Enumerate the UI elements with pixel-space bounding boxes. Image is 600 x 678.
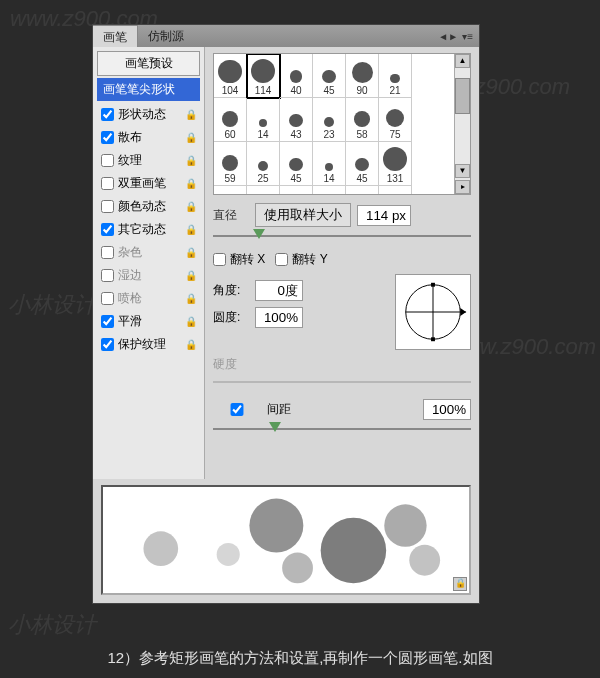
angle-input[interactable]	[255, 280, 303, 301]
scroll-down-icon[interactable]: ▼	[455, 164, 470, 178]
flip-x-label: 翻转 X	[230, 251, 265, 268]
flip-x-checkbox[interactable]	[213, 253, 226, 266]
roundness-input[interactable]	[255, 307, 303, 328]
tab-brush[interactable]: 画笔	[93, 25, 138, 47]
diameter-label: 直径	[213, 207, 249, 224]
sidebar-option-1[interactable]: 散布🔒	[97, 126, 200, 149]
brush-thumbnail[interactable]: 75	[379, 98, 412, 142]
angle-control[interactable]	[395, 274, 471, 350]
brush-thumbnail[interactable]: 45	[313, 54, 346, 98]
brush-size-label: 58	[356, 129, 367, 140]
brush-thumbnail[interactable]: 14	[313, 142, 346, 186]
option-label: 平滑	[118, 313, 142, 330]
brush-main: 1041144045902160144323587559254514451312…	[205, 47, 479, 479]
sidebar-option-7[interactable]: 湿边🔒	[97, 264, 200, 287]
hardness-slider	[213, 375, 471, 389]
flip-y-label: 翻转 Y	[292, 251, 327, 268]
brush-thumbnail[interactable]	[379, 186, 412, 195]
brush-thumbnail[interactable]: 21	[379, 54, 412, 98]
scroll-thumb[interactable]	[455, 78, 470, 114]
brush-thumbnail[interactable]: 40	[280, 54, 313, 98]
brush-thumbnail[interactable]: 114	[247, 54, 280, 98]
brush-size-label: 23	[323, 129, 334, 140]
sidebar-option-6[interactable]: 杂色🔒	[97, 241, 200, 264]
brush-scrollbar[interactable]: ▲ ▼ ▸	[454, 54, 470, 194]
lock-icon: 🔒	[185, 316, 196, 327]
lock-icon: 🔒	[185, 270, 196, 281]
brush-thumbnail[interactable]: 45	[346, 142, 379, 186]
brush-thumbnail[interactable]: 104	[214, 54, 247, 98]
sidebar-option-3[interactable]: 双重画笔🔒	[97, 172, 200, 195]
sidebar-option-2[interactable]: 纹理🔒	[97, 149, 200, 172]
brush-size-label: 114	[255, 85, 272, 96]
preview-lock-icon[interactable]: 🔒	[453, 577, 467, 591]
option-checkbox[interactable]	[101, 338, 114, 351]
svg-rect-5	[431, 337, 435, 341]
use-sample-size-button[interactable]: 使用取样大小	[255, 203, 351, 227]
flip-y-checkbox[interactable]	[275, 253, 288, 266]
brush-thumbnail[interactable]: 14	[247, 98, 280, 142]
lock-icon: 🔒	[185, 201, 196, 212]
angle-label: 角度:	[213, 282, 249, 299]
brush-size-label: 14	[257, 129, 268, 140]
brush-thumbnail[interactable]: 58	[346, 98, 379, 142]
panel-collapse-icon[interactable]: ◄►	[438, 31, 458, 42]
roundness-label: 圆度:	[213, 309, 249, 326]
option-checkbox[interactable]	[101, 131, 114, 144]
option-checkbox[interactable]	[101, 292, 114, 305]
option-checkbox[interactable]	[101, 200, 114, 213]
brush-size-label: 131	[387, 173, 404, 184]
option-label: 其它动态	[118, 221, 166, 238]
brush-menu-icon[interactable]: ▸	[455, 180, 470, 194]
scroll-up-icon[interactable]: ▲	[455, 54, 470, 68]
sidebar-option-5[interactable]: 其它动态🔒	[97, 218, 200, 241]
sidebar-option-4[interactable]: 颜色动态🔒	[97, 195, 200, 218]
spacing-checkbox[interactable]	[213, 403, 261, 416]
option-checkbox[interactable]	[101, 223, 114, 236]
brush-size-label: 75	[389, 129, 400, 140]
diameter-slider[interactable]	[213, 229, 471, 243]
sidebar-option-0[interactable]: 形状动态🔒	[97, 103, 200, 126]
sidebar-option-9[interactable]: 平滑🔒	[97, 310, 200, 333]
svg-rect-4	[431, 283, 435, 287]
diameter-input[interactable]	[357, 205, 411, 226]
lock-icon: 🔒	[185, 247, 196, 258]
option-checkbox[interactable]	[101, 246, 114, 259]
brush-thumbnail[interactable]: 20	[214, 186, 247, 195]
brush-picker: 1041144045902160144323587559254514451312…	[213, 53, 471, 195]
brush-thumbnail[interactable]: 23	[313, 98, 346, 142]
brush-thumbnail[interactable]: 60	[214, 98, 247, 142]
tab-clone-source[interactable]: 仿制源	[138, 25, 194, 47]
brush-thumbnail[interactable]	[247, 186, 280, 195]
brush-thumbnail[interactable]: 45	[280, 142, 313, 186]
brush-size-label: 45	[323, 85, 334, 96]
svg-point-6	[143, 531, 178, 566]
spacing-input[interactable]	[423, 399, 471, 420]
sidebar-option-8[interactable]: 喷枪🔒	[97, 287, 200, 310]
panel-menu-icon[interactable]: ▾≡	[462, 31, 473, 42]
brush-thumbnail[interactable]	[313, 186, 346, 195]
option-checkbox[interactable]	[101, 108, 114, 121]
brush-thumbnail[interactable]: 59	[214, 142, 247, 186]
brush-thumbnail[interactable]: 43	[280, 98, 313, 142]
option-checkbox[interactable]	[101, 315, 114, 328]
brush-thumbnail[interactable]	[280, 186, 313, 195]
option-label: 喷枪	[118, 290, 142, 307]
brush-tip-shape-button[interactable]: 画笔笔尖形状	[97, 78, 200, 101]
brush-size-label: 104	[222, 85, 239, 96]
lock-icon: 🔒	[185, 293, 196, 304]
lock-icon: 🔒	[185, 109, 196, 120]
sidebar-option-10[interactable]: 保护纹理🔒	[97, 333, 200, 356]
brush-presets-button[interactable]: 画笔预设	[97, 51, 200, 76]
brush-thumbnail[interactable]: 131	[379, 142, 412, 186]
brush-size-label: 21	[389, 85, 400, 96]
brush-thumbnail[interactable]: 25	[247, 142, 280, 186]
spacing-slider[interactable]	[213, 422, 471, 436]
option-checkbox[interactable]	[101, 269, 114, 282]
brush-thumbnail[interactable]	[346, 186, 379, 195]
brush-size-label: 40	[290, 85, 301, 96]
panel-tabs: 画笔 仿制源 ◄► ▾≡	[93, 25, 479, 47]
brush-thumbnail[interactable]: 90	[346, 54, 379, 98]
option-checkbox[interactable]	[101, 177, 114, 190]
option-checkbox[interactable]	[101, 154, 114, 167]
